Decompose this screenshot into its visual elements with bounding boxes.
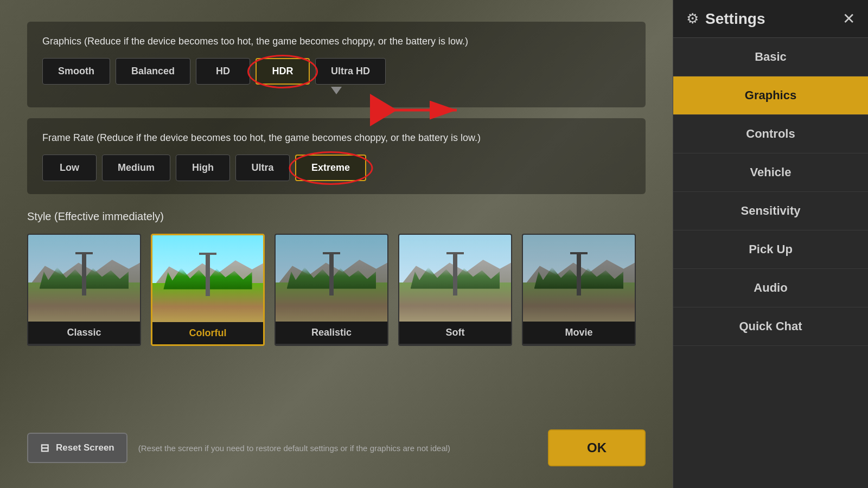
graphics-quality-section: Graphics (Reduce if the device becomes t…: [27, 22, 646, 107]
style-movie-label: Movie: [523, 322, 635, 344]
framerate-label: Frame Rate (Reduce if the device becomes…: [42, 131, 630, 145]
style-colorful-label: Colorful: [152, 322, 263, 344]
quality-hd-btn[interactable]: HD: [196, 58, 250, 85]
sidebar-item-pickup[interactable]: Pick Up: [673, 230, 868, 269]
sidebar: ⚙ Settings ✕ Basic Graphics Controls Veh…: [673, 0, 868, 488]
framerate-extreme-wrapper: Extreme: [295, 155, 366, 181]
sidebar-title: Settings: [705, 10, 765, 28]
sidebar-header-left: ⚙ Settings: [686, 10, 765, 28]
style-cards-row: Classic Colorful: [27, 234, 646, 346]
style-section: Style (Effective immediately) Classic: [27, 205, 646, 351]
sidebar-item-audio[interactable]: Audio: [673, 269, 868, 307]
sidebar-item-quickchat[interactable]: Quick Chat: [673, 307, 868, 346]
style-movie-card[interactable]: Movie: [522, 234, 636, 346]
style-classic-card[interactable]: Classic: [27, 234, 141, 346]
style-classic-label: Classic: [28, 322, 140, 344]
reset-screen-hint: (Reset the screen if you need to restore…: [138, 444, 537, 453]
quality-ultrahd-btn[interactable]: Ultra HD: [315, 58, 386, 85]
settings-gear-icon: ⚙: [686, 10, 699, 27]
sidebar-item-vehicle[interactable]: Vehicle: [673, 153, 868, 192]
framerate-ultra-btn[interactable]: Ultra: [235, 155, 290, 181]
framerate-extreme-btn[interactable]: Extreme: [295, 155, 366, 181]
style-soft-image: [399, 235, 511, 322]
style-colorful-image: [152, 235, 263, 322]
framerate-options: Low Medium High Ultra Extreme: [42, 155, 630, 181]
sidebar-item-sensitivity[interactable]: Sensitivity: [673, 192, 868, 230]
reset-screen-button[interactable]: ⊟ Reset Screen: [27, 433, 127, 463]
quality-hdr-btn[interactable]: HDR: [256, 58, 310, 85]
reset-screen-label: Reset Screen: [56, 442, 114, 453]
quality-balanced-btn[interactable]: Balanced: [116, 58, 190, 85]
style-realistic-label: Realistic: [276, 322, 387, 344]
reset-icon: ⊟: [40, 441, 49, 454]
sidebar-header: ⚙ Settings ✕: [673, 0, 868, 38]
sidebar-item-controls[interactable]: Controls: [673, 115, 868, 153]
style-section-label: Style (Effective immediately): [27, 210, 646, 223]
bottom-bar: ⊟ Reset Screen (Reset the screen if you …: [27, 424, 646, 466]
style-soft-card[interactable]: Soft: [398, 234, 512, 346]
hdr-triangle-pointer: [331, 87, 342, 94]
style-soft-label: Soft: [399, 322, 511, 344]
framerate-section: Frame Rate (Reduce if the device becomes…: [27, 118, 646, 194]
style-realistic-image: [276, 235, 387, 322]
sidebar-item-basic[interactable]: Basic: [673, 38, 868, 76]
style-realistic-card[interactable]: Realistic: [275, 234, 388, 346]
framerate-high-btn[interactable]: High: [176, 155, 230, 181]
quality-hdr-wrapper: HDR: [256, 58, 310, 85]
ok-button[interactable]: OK: [548, 429, 646, 466]
main-content: Graphics (Reduce if the device becomes t…: [0, 0, 673, 488]
graphics-quality-label: Graphics (Reduce if the device becomes t…: [42, 35, 630, 48]
style-colorful-card[interactable]: Colorful: [151, 234, 265, 346]
framerate-low-btn[interactable]: Low: [42, 155, 97, 181]
style-movie-image: [523, 235, 635, 322]
graphics-quality-options: Smooth Balanced HD HDR Ultra HD: [42, 58, 630, 85]
close-button[interactable]: ✕: [843, 10, 855, 28]
quality-smooth-btn[interactable]: Smooth: [42, 58, 110, 85]
style-classic-image: [28, 235, 140, 322]
framerate-medium-btn[interactable]: Medium: [102, 155, 170, 181]
sidebar-item-graphics[interactable]: Graphics: [673, 76, 868, 115]
sidebar-nav: Basic Graphics Controls Vehicle Sensitiv…: [673, 38, 868, 488]
